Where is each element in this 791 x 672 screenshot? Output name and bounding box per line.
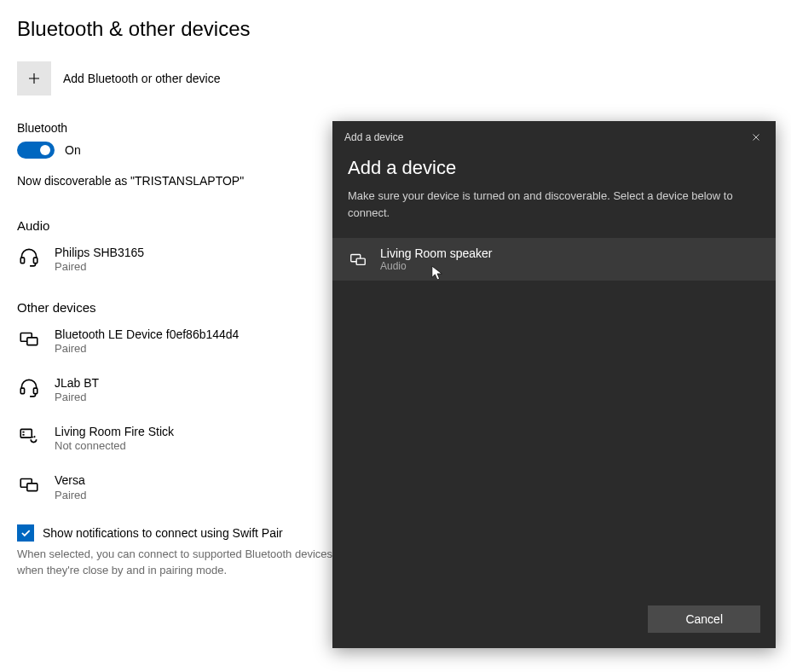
plus-icon [17,61,51,96]
dialog-description: Make sure your device is turned on and d… [348,188,760,221]
dialog-footer: Cancel [332,594,776,648]
found-device-type: Audio [380,260,493,272]
device-status: Not connected [55,439,174,454]
add-device-label: Add Bluetooth or other device [63,72,220,85]
svg-rect-4 [20,388,24,394]
add-device-dialog: Add a device Add a device Make sure your… [332,121,776,648]
device-name: Versa [55,472,87,488]
svg-rect-8 [27,484,38,491]
svg-rect-6 [20,430,32,438]
svg-rect-1 [33,258,37,264]
swift-pair-label: Show notifications to connect using Swif… [43,526,283,540]
device-texts: JLab BT Paired [55,375,99,405]
dialog-titlebar: Add a device [332,121,776,154]
device-status: Paired [55,391,99,405]
device-name: Living Room Fire Stick [55,424,174,439]
device-name: JLab BT [55,375,99,391]
device-name: Bluetooth LE Device f0ef86b144d4 [55,327,239,342]
swift-pair-checkbox[interactable] [17,524,34,542]
device-name: Philips SHB3165 [55,245,144,260]
close-button[interactable] [748,130,764,145]
found-device-item[interactable]: Living Room speaker Audio [332,238,776,281]
dialog-titlebar-text: Add a device [344,131,403,143]
page-title: Bluetooth & other devices [17,17,774,41]
headset-icon [17,245,41,269]
bluetooth-toggle[interactable] [17,142,55,159]
svg-rect-0 [20,258,24,264]
dialog-body: Add a device Make sure your device is tu… [332,154,776,594]
device-texts: Living Room Fire Stick Not connected [55,424,174,454]
add-device-button[interactable]: Add Bluetooth or other device [17,61,774,96]
display-device-icon [348,249,368,269]
device-status: Paired [55,489,87,503]
generic-device-icon [17,327,41,350]
found-device-texts: Living Room speaker Audio [380,246,493,272]
svg-rect-10 [356,258,365,264]
toggle-knob [40,145,50,155]
device-texts: Versa Paired [55,472,87,502]
cancel-button[interactable]: Cancel [648,605,760,633]
device-status: Paired [55,260,144,275]
device-texts: Bluetooth LE Device f0ef86b144d4 Paired [55,327,239,356]
bluetooth-state: On [65,143,81,157]
dialog-heading: Add a device [348,157,760,179]
device-texts: Philips SHB3165 Paired [55,245,144,275]
media-device-icon [17,424,41,448]
svg-rect-3 [27,338,38,345]
svg-rect-5 [33,388,37,394]
headset-icon [17,375,41,399]
device-status: Paired [55,342,239,356]
close-icon [751,132,761,142]
swift-pair-description: When selected, you can connect to suppor… [17,547,375,577]
generic-device-icon [17,472,41,496]
found-device-name: Living Room speaker [380,246,493,260]
